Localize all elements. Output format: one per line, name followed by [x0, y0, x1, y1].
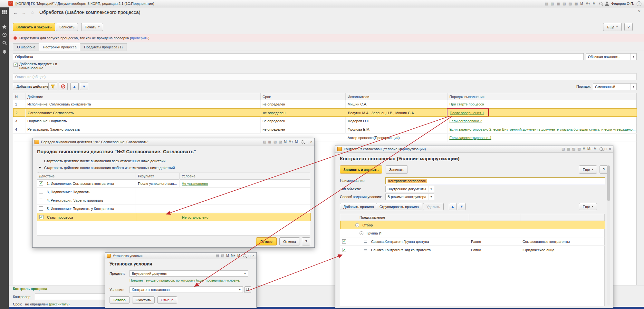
- name-input[interactable]: Контрагент согласован: [385, 177, 605, 184]
- collapse-icon[interactable]: [355, 223, 359, 227]
- order-rule-link[interactable]: После завершения 1: [450, 111, 484, 115]
- window-calc-icon[interactable]: ▧: [274, 140, 277, 144]
- window-save-icon[interactable]: ▤: [216, 254, 219, 257]
- help-button[interactable]: ?: [302, 237, 310, 245]
- save-icon[interactable]: ▤: [545, 2, 548, 5]
- tree-row-group[interactable]: Группа И: [340, 229, 605, 237]
- maximize-icon[interactable]: □: [248, 254, 250, 258]
- window-preview-icon[interactable]: ▦: [268, 140, 271, 144]
- window-preview-icon[interactable]: ▦: [567, 147, 570, 151]
- col-condition[interactable]: Условие: [180, 173, 311, 179]
- current-user[interactable]: Федоров О.П.: [611, 2, 634, 5]
- print-menu-button[interactable]: Печать: [81, 23, 103, 31]
- col-order[interactable]: Порядок выполнения: [447, 93, 637, 100]
- info-icon[interactable]: i: [637, 1, 641, 6]
- order-rule-link[interactable]: Если зарегистрировано 2, если Внутренний…: [449, 127, 636, 131]
- main-menu-icon[interactable]: [0, 10, 9, 14]
- chevron-down-icon[interactable]: [630, 54, 636, 60]
- more-button[interactable]: Еще: [579, 203, 597, 210]
- magnifier-icon[interactable]: [243, 254, 246, 257]
- magnifier-icon[interactable]: [301, 140, 304, 144]
- back-button[interactable]: ←: [12, 9, 19, 16]
- more-button[interactable]: Еще: [579, 165, 597, 174]
- form-close-icon[interactable]: ×: [638, 9, 640, 14]
- group-rules-button[interactable]: Сгруппировать правила: [376, 203, 422, 210]
- calendar-icon[interactable]: ▨: [569, 2, 572, 5]
- order-row[interactable]: 3, Подписание: Подписать: [37, 188, 311, 196]
- forward-button[interactable]: →: [20, 9, 28, 16]
- more-button[interactable]: Еще: [603, 23, 622, 31]
- row-checkbox[interactable]: [39, 190, 43, 194]
- close-icon[interactable]: ×: [310, 139, 312, 144]
- col-executors[interactable]: Исполнители: [346, 93, 447, 100]
- history-icon[interactable]: [0, 33, 9, 37]
- table-row[interactable]: 1 Исполнение: Согласовать контрагента не…: [13, 100, 637, 108]
- zoom-in-button[interactable]: М+: [231, 254, 235, 257]
- favorites-icon[interactable]: [0, 25, 9, 29]
- col-presentation[interactable]: Представление: [340, 214, 469, 221]
- zoom-normal-button[interactable]: М: [284, 140, 287, 144]
- window-calendar-icon[interactable]: ▨: [279, 140, 282, 144]
- zoom-out-button[interactable]: М-: [593, 2, 597, 5]
- cancel-restriction-icon[interactable]: [59, 83, 68, 90]
- window-calendar-icon[interactable]: ▨: [577, 147, 581, 151]
- print-icon[interactable]: ▥: [551, 2, 554, 5]
- print-preview-icon[interactable]: ▦: [557, 2, 560, 5]
- zoom-in-button[interactable]: М+: [289, 140, 293, 144]
- col-n[interactable]: N: [13, 93, 25, 100]
- col-action[interactable]: Действие: [25, 93, 261, 100]
- col-term[interactable]: Срок: [261, 93, 346, 100]
- move-up-button[interactable]: ▲: [70, 83, 79, 90]
- row-checkbox[interactable]: [39, 206, 43, 211]
- scrollbar[interactable]: [607, 165, 610, 305]
- tab-about-template[interactable]: О шаблоне: [13, 43, 40, 51]
- collapse-icon[interactable]: [360, 231, 363, 235]
- rule-checkbox-checked[interactable]: [342, 248, 346, 252]
- radio-after-all-label[interactable]: Стартовать действие после выполнения все…: [44, 159, 166, 163]
- zoom-in-button[interactable]: М+: [586, 2, 590, 5]
- zoom-normal-button[interactable]: М: [583, 147, 585, 151]
- chevron-down-icon[interactable]: [242, 271, 248, 276]
- add-subjects-checkbox[interactable]: [14, 63, 18, 67]
- order-rule-link[interactable]: Если согласовано 2: [449, 119, 482, 123]
- save-button[interactable]: Записать: [56, 23, 78, 31]
- save-close-button[interactable]: Записать и закрыть: [340, 165, 382, 174]
- add-action-button[interactable]: Добавить действие: [13, 83, 52, 90]
- order-rule-link[interactable]: При старте процесса: [449, 102, 484, 106]
- clear-button[interactable]: Очистить: [132, 296, 155, 304]
- condition-link[interactable]: Не установлено: [182, 215, 208, 219]
- zoom-in-button[interactable]: М+: [587, 147, 592, 151]
- description-input[interactable]: [13, 73, 637, 80]
- move-up-button[interactable]: ▲: [449, 203, 457, 210]
- magnifier-icon[interactable]: [599, 2, 602, 5]
- open-condition-button[interactable]: [244, 286, 251, 293]
- add-rule-button[interactable]: Добавить правило: [340, 203, 378, 210]
- maximize-icon[interactable]: □: [306, 140, 308, 144]
- calculator-icon[interactable]: ▧: [562, 2, 566, 5]
- object-type-select[interactable]: Внутренние документы: [385, 186, 434, 192]
- window-save-icon[interactable]: ▤: [263, 140, 266, 144]
- cancel-button[interactable]: Отмена: [279, 237, 300, 245]
- subject-select[interactable]: Внутренний документ: [130, 270, 248, 277]
- favorite-star-icon[interactable]: ☆: [30, 10, 34, 15]
- table-row[interactable]: 4 Регистрация: Зарегистрировать не опред…: [13, 125, 637, 134]
- window-save-icon[interactable]: ▤: [562, 147, 565, 151]
- radio-after-all[interactable]: [38, 165, 38, 170]
- condition-link[interactable]: Не установлено: [182, 182, 208, 185]
- window-calc-icon[interactable]: ▧: [572, 147, 575, 151]
- zoom-out-button[interactable]: М-: [237, 254, 241, 257]
- chevron-down-icon[interactable]: [428, 194, 434, 200]
- close-icon[interactable]: ×: [609, 146, 611, 151]
- order-row[interactable]: 4, Регистрация: Зарегистрировать: [37, 196, 311, 204]
- tree-row-root-selected[interactable]: Отбор: [340, 221, 605, 229]
- file-manager-icon[interactable]: ▩: [574, 2, 578, 5]
- scrollbar-thumb[interactable]: [607, 165, 610, 201]
- window-calendar-icon[interactable]: ▨: [221, 254, 224, 257]
- done-button[interactable]: Готово: [256, 237, 277, 245]
- help-button[interactable]: ?: [624, 23, 633, 31]
- chevron-down-icon[interactable]: [237, 287, 243, 293]
- order-row[interactable]: 1, Исполнение: Согласовать контрагента П…: [37, 179, 311, 188]
- chevron-down-icon[interactable]: [630, 84, 636, 90]
- chevron-down-icon[interactable]: [428, 186, 434, 192]
- col-action[interactable]: Действие: [37, 173, 136, 179]
